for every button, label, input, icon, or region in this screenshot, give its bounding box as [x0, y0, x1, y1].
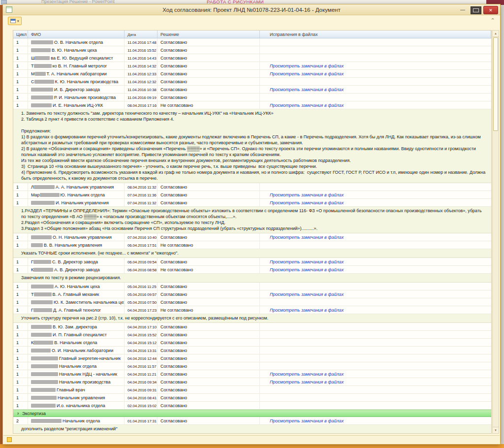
expand-arrow-icon[interactable]: › — [13, 411, 21, 416]
cell-cycle: 1 — [13, 38, 28, 46]
collapse-panel-button[interactable]: ⌃ — [489, 16, 497, 24]
view-file-comments-link[interactable]: Просмотреть замечания в файлах — [270, 200, 344, 205]
cell-fio: О. Н. Начальник управления — [28, 233, 125, 241]
table-row[interactable]: 1И. Е. Начальник ИЦ-УКК08.04.2016 17:16Н… — [13, 101, 491, 109]
view-file-comments-link[interactable]: Просмотреть замечания в файлах — [270, 259, 344, 264]
view-file-comments-link[interactable]: Просмотреть замечания в файлах — [270, 308, 344, 313]
column-header-decision[interactable]: Решение — [158, 31, 260, 38]
table-row[interactable]: 1Начальник управления04.04.2016 08:41Сог… — [13, 394, 491, 402]
table-row[interactable]: 1МарЮ. Начальник отдела07.04.2016 11:36С… — [13, 191, 491, 199]
cell-files: Просмотреть замечания в файлах — [260, 290, 491, 298]
cell-fio: Тко В. Н. Главный метролог — [28, 62, 125, 69]
comment-text: 1. Заменить по тексту должность "зам. ди… — [13, 109, 491, 183]
table-row[interactable]: 1СК. Ю. Начальник производства11.04.2016… — [13, 78, 491, 86]
table-row[interactable]: 1Главный врач04.04.2016 09:31Согласовано — [13, 386, 491, 394]
cell-decision: Не согласовано — [158, 101, 260, 109]
table-row[interactable]: 1Ю. К. Заместитель начальника цеха05.04.… — [13, 298, 491, 306]
cell-cycle: 1 — [13, 290, 28, 298]
scroll-up-icon[interactable]: ▲ — [493, 31, 499, 37]
table-row[interactable]: 1И. Начальник управления07.04.2016 11:32… — [13, 199, 491, 207]
maximize-button[interactable] — [471, 6, 481, 14]
table-row[interactable]: 1МТ. А. Начальник лаборатории11.04.2016 … — [13, 70, 491, 78]
table-row[interactable]: 1В. Ю. Начальник цеха11.04.2016 15:52Сог… — [13, 46, 491, 54]
cell-decision: Согласовано — [158, 70, 260, 77]
section-row[interactable]: ›Экспертиза — [13, 410, 491, 417]
table-row[interactable]: 1ТВ. А. Главный механик05.04.2016 09:57С… — [13, 290, 491, 298]
cell-date: 01.04.2016 17:31 — [125, 417, 158, 424]
table-row[interactable]: 1Начальник производства04.04.2016 09:34С… — [13, 378, 491, 386]
table-row[interactable]: 1КА. В. Директор завода06.04.2016 08:58Н… — [13, 266, 491, 274]
table-row[interactable]: 1В. Ю. Зам. директора04.04.2016 17:10Сог… — [13, 323, 491, 331]
table-row[interactable]: 1А. Ю. Начальник цеха05.04.2016 11:25Сог… — [13, 283, 491, 290]
minimize-button[interactable]: — — [457, 6, 469, 14]
cell-cycle: 1 — [13, 339, 28, 346]
approval-window: Ход согласования: Проект ЛНД №01078-223-… — [2, 4, 501, 445]
cell-cycle: 1 — [13, 183, 28, 191]
table-row[interactable]: 1О. В. Начальник отдела11.04.2016 17:48С… — [13, 38, 491, 46]
table-area: Цикл ФИО Дата Решение Исправления в файл… — [3, 27, 500, 435]
table-row[interactable]: 1ГД. А. Главный технолог04.04.2016 17:23… — [13, 306, 491, 314]
titlebar[interactable]: Ход согласования: Проект ЛНД №01078-223-… — [3, 4, 500, 15]
table-row[interactable]: 1Главный энергетик-начальник04.04.2016 1… — [13, 354, 491, 362]
view-file-comments-link[interactable]: Просмотреть замечания в файлах — [270, 418, 344, 423]
view-file-comments-link[interactable]: Просмотреть замечания в файлах — [270, 71, 344, 76]
view-file-comments-link[interactable]: Просмотреть замечания в файлах — [270, 267, 344, 272]
table-row[interactable]: 1Начальник отдела04.04.2016 11:57Согласо… — [13, 362, 491, 370]
table-row[interactable]: 1Шва Е. Ю. Ведущий специалист11.04.2016 … — [13, 54, 491, 62]
view-file-comments-link[interactable]: Просмотреть замечания в файлах — [270, 103, 344, 108]
view-file-comments-link[interactable]: Просмотреть замечания в файлах — [270, 235, 344, 240]
column-header-date[interactable]: Дата — [125, 31, 158, 38]
view-file-comments-link[interactable]: Просмотреть замечания в файлах — [270, 192, 344, 197]
table-row[interactable]: 1И. П. Главный специалист04.04.2016 15:5… — [13, 331, 491, 339]
view-file-comments-link[interactable]: Просмотреть замечания в файлах — [270, 380, 344, 384]
cell-cycle: 1 — [13, 86, 28, 93]
table-row[interactable]: 1Начальник НДЦ - начальник04.04.2016 11:… — [13, 370, 491, 378]
cell-fio: МТ. А. Начальник лаборатории — [28, 70, 125, 77]
view-file-comments-link[interactable]: Просмотреть замечания в файлах — [270, 372, 344, 377]
table-row[interactable]: 1КВ. Начальник отдела04.04.2016 15:12Сог… — [13, 339, 491, 347]
cell-files — [260, 38, 491, 46]
redacted-name — [34, 64, 52, 68]
table-row[interactable]: 1ЛА. А. Начальник управления08.04.2016 1… — [13, 183, 491, 191]
cell-files — [260, 394, 491, 401]
cell-cycle: 1 — [13, 62, 28, 69]
column-header-fio[interactable]: ФИО — [28, 31, 125, 38]
table-row[interactable]: 1Тко В. Н. Главный метролог11.04.2016 14… — [13, 62, 491, 70]
redacted-name — [31, 96, 53, 99]
close-button[interactable]: ✕ — [483, 6, 498, 14]
scrollbar-thumb[interactable] — [493, 37, 498, 131]
comment-text: 1.РАЗДЕЛ «ТЕРМИНЫ и ОПРЕДЕЛЕНИЯ»: Термин… — [13, 207, 491, 233]
table-row[interactable]: 1И.о. начальника отдела02.04.2016 15:02С… — [13, 402, 491, 410]
table-row[interactable]: 1Р. И. Начальник производства11.04.2016 … — [13, 94, 491, 101]
cell-decision: Согласовано — [158, 233, 260, 241]
approval-table: Цикл ФИО Дата Решение Исправления в файл… — [13, 30, 492, 434]
cell-files — [260, 283, 491, 290]
view-file-comments-link[interactable]: Просмотреть замечания в файлах — [270, 87, 344, 92]
view-file-comments-link[interactable]: Просмотреть замечания в файлах — [270, 292, 344, 297]
table-row[interactable]: 1В. В. Начальник управления06.04.2016 17… — [13, 241, 491, 249]
cell-fio: ГД. А. Главный технолог — [28, 306, 125, 314]
cell-date: 05.04.2016 07:50 — [125, 298, 158, 306]
scroll-down-icon[interactable]: ▼ — [493, 427, 499, 433]
table-row[interactable]: 1О. И. Начальник лаборатории04.04.2016 1… — [13, 347, 491, 354]
cell-decision: Согласовано — [158, 290, 260, 298]
table-row[interactable]: 1ГС. В. Директор завода06.04.2016 09:54С… — [13, 258, 491, 266]
view-file-comments-link[interactable]: Просмотреть замечания в файлах — [270, 64, 344, 68]
cell-cycle: 1 — [13, 402, 28, 409]
window-controls: — ✕ — [457, 6, 498, 14]
cell-fio: Начальник отдела — [28, 417, 125, 424]
column-header-cycle[interactable]: Цикл — [13, 31, 28, 38]
column-header-files[interactable]: Исправления в файлах — [260, 31, 491, 38]
cell-decision: Согласовано — [158, 370, 260, 378]
cell-date: 11.04.2016 15:52 — [125, 46, 158, 54]
table-row[interactable]: 1О. Н. Начальник управления07.04.2016 10… — [13, 233, 491, 241]
table-row[interactable]: 2Начальник отдела01.04.2016 17:31Согласо… — [13, 417, 491, 425]
table-menu-button[interactable]: ▾ — [8, 17, 22, 25]
cell-cycle: 1 — [13, 233, 28, 241]
cell-fio: ГС. В. Директор завода — [28, 258, 125, 265]
table-row[interactable]: 1И. Б. Директор завода11.04.2016 10:38Со… — [13, 86, 491, 94]
cell-files — [260, 46, 491, 54]
cell-decision: Согласовано — [158, 402, 260, 409]
vertical-scrollbar[interactable]: ▲ ▼ — [492, 30, 499, 434]
comment-row: Замечания по тексту в режиме рецензирова… — [13, 274, 491, 283]
